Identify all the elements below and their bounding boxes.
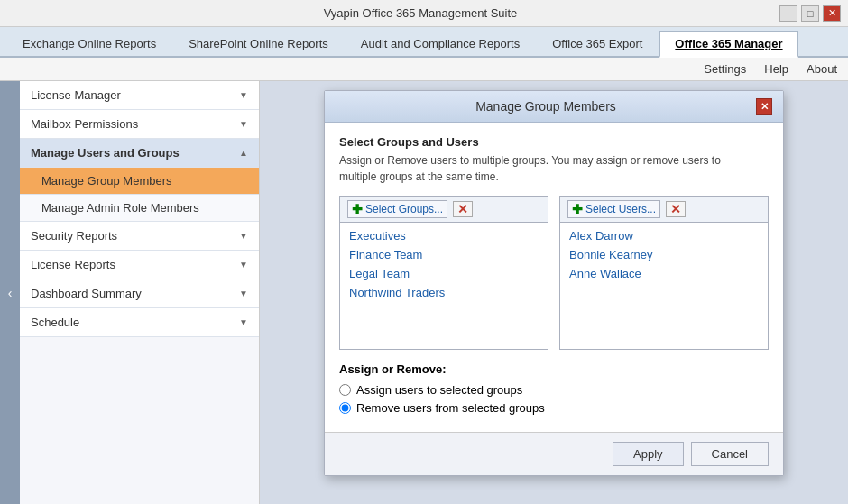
user-item-anne[interactable]: Anne Wallace: [560, 264, 768, 283]
sidebar-inner: ‹ License Manager ▼ Mailbox Permissions …: [0, 81, 259, 504]
radio-assign-label: Assign users to selected groups: [356, 383, 522, 397]
sidebar-item-label: Dashboard Summary: [31, 287, 142, 300]
maximize-button[interactable]: □: [801, 5, 819, 22]
radio-assign[interactable]: Assign users to selected groups: [339, 383, 769, 397]
tab-audit[interactable]: Audit and Compliance Reports: [346, 31, 535, 56]
sidebar-item-license-reports[interactable]: License Reports ▼: [20, 251, 259, 279]
radio-remove-input[interactable]: [339, 402, 351, 414]
arrow-icon: ▼: [239, 289, 248, 298]
groups-panel: ✚ Select Groups... ✕ Executives Finance …: [339, 196, 548, 350]
toolbar-right: Settings Help About: [0, 58, 848, 81]
tab-exchange[interactable]: Exchange Online Reports: [7, 31, 171, 56]
select-users-label: Select Users...: [585, 203, 656, 215]
select-users-button[interactable]: ✚ Select Users...: [567, 200, 660, 218]
nav-tabs: Exchange Online Reports SharePoint Onlin…: [0, 27, 848, 58]
section-desc: Assign or Remove users to multiple group…: [339, 152, 769, 185]
arrow-icon: ▼: [239, 317, 248, 327]
modal-title: Manage Group Members: [336, 99, 756, 114]
select-groups-button[interactable]: ✚ Select Groups...: [347, 200, 447, 218]
panels-row: ✚ Select Groups... ✕ Executives Finance …: [339, 196, 769, 350]
tab-export[interactable]: Office 365 Export: [537, 31, 658, 56]
main-layout: ‹ License Manager ▼ Mailbox Permissions …: [0, 81, 848, 504]
sidebar-item-label: Security Reports: [31, 229, 117, 243]
tab-manager[interactable]: Office 365 Manager: [659, 31, 797, 58]
sidebar: ‹ License Manager ▼ Mailbox Permissions …: [0, 81, 260, 504]
radio-remove[interactable]: Remove users from selected groups: [339, 401, 769, 415]
arrow-icon: ▲: [239, 148, 248, 158]
modal-close-button[interactable]: ✕: [756, 98, 772, 115]
modal-overlay: Manage Group Members ✕ Select Groups and…: [260, 81, 848, 504]
group-item-finance-team[interactable]: Finance Team: [340, 245, 548, 264]
sidebar-item-schedule[interactable]: Schedule ▼: [20, 308, 259, 337]
content-area: Manage Group Members ✕ Select Groups and…: [260, 81, 848, 504]
remove-users-button[interactable]: ✕: [666, 201, 686, 217]
sidebar-item-manage-admin-role[interactable]: Manage Admin Role Members: [20, 195, 259, 222]
radio-assign-input[interactable]: [339, 384, 351, 396]
sidebar-item-label: License Manager: [31, 88, 121, 102]
assign-title: Assign or Remove:: [339, 362, 769, 376]
users-list: Alex Darrow Bonnie Kearney Anne Wallace: [560, 223, 768, 349]
title-bar: Vyapin Office 365 Management Suite − □ ✕: [0, 0, 848, 27]
modal-header: Manage Group Members ✕: [325, 91, 783, 123]
settings-button[interactable]: Settings: [700, 60, 750, 78]
remove-groups-button[interactable]: ✕: [453, 201, 473, 217]
sidebar-item-label: Manage Users and Groups: [31, 146, 180, 160]
plus-icon: ✚: [572, 202, 583, 216]
user-item-bonnie[interactable]: Bonnie Kearney: [560, 245, 768, 264]
section-title: Select Groups and Users: [339, 135, 769, 149]
arrow-icon: ▼: [239, 260, 248, 270]
about-button[interactable]: About: [803, 60, 841, 78]
plus-icon: ✚: [352, 202, 363, 216]
sidebar-item-dashboard-summary[interactable]: Dashboard Summary ▼: [20, 279, 259, 308]
sidebar-item-label: Manage Admin Role Members: [41, 201, 199, 215]
select-groups-label: Select Groups...: [365, 203, 443, 215]
window-controls: − □ ✕: [779, 5, 841, 22]
users-panel: ✚ Select Users... ✕ Alex Darrow Bonnie K…: [559, 196, 769, 350]
assign-section: Assign or Remove: Assign users to select…: [339, 362, 769, 415]
users-panel-toolbar: ✚ Select Users... ✕: [560, 197, 768, 223]
sidebar-item-manage-group-members[interactable]: Manage Group Members: [20, 168, 259, 195]
modal-dialog: Manage Group Members ✕ Select Groups and…: [324, 90, 784, 476]
arrow-icon: ▼: [239, 119, 248, 129]
sidebar-item-license-manager[interactable]: License Manager ▼: [20, 81, 259, 110]
help-button[interactable]: Help: [760, 60, 792, 78]
sidebar-nav: License Manager ▼ Mailbox Permissions ▼ …: [20, 81, 259, 504]
sidebar-item-manage-users-groups[interactable]: Manage Users and Groups ▲: [20, 139, 259, 168]
sidebar-item-label: License Reports: [31, 258, 115, 271]
radio-remove-label: Remove users from selected groups: [356, 401, 545, 415]
arrow-icon: ▼: [239, 90, 248, 100]
group-item-executives[interactable]: Executives: [340, 226, 548, 245]
sidebar-item-label: Schedule: [31, 316, 79, 329]
sidebar-item-security-reports[interactable]: Security Reports ▼: [20, 222, 259, 251]
modal-body: Select Groups and Users Assign or Remove…: [325, 123, 783, 432]
sidebar-item-label: Mailbox Permissions: [31, 117, 138, 131]
groups-list: Executives Finance Team Legal Team North…: [340, 223, 548, 349]
groups-panel-toolbar: ✚ Select Groups... ✕: [340, 197, 548, 223]
apply-button[interactable]: Apply: [613, 442, 684, 466]
arrow-icon: ▼: [239, 231, 248, 241]
tab-sharepoint[interactable]: SharePoint Online Reports: [173, 31, 344, 56]
user-item-alex[interactable]: Alex Darrow: [560, 226, 768, 245]
cancel-button[interactable]: Cancel: [691, 442, 769, 466]
window-close-button[interactable]: ✕: [823, 5, 841, 22]
minimize-button[interactable]: −: [779, 5, 797, 22]
sidebar-collapse-button[interactable]: ‹: [0, 81, 20, 504]
group-item-legal-team[interactable]: Legal Team: [340, 264, 548, 283]
group-item-northwind[interactable]: Northwind Traders: [340, 283, 548, 302]
sidebar-item-label: Manage Group Members: [41, 174, 172, 188]
app-title: Vyapin Office 365 Management Suite: [61, 6, 779, 20]
modal-footer: Apply Cancel: [325, 432, 783, 475]
sidebar-item-mailbox-permissions[interactable]: Mailbox Permissions ▼: [20, 110, 259, 139]
